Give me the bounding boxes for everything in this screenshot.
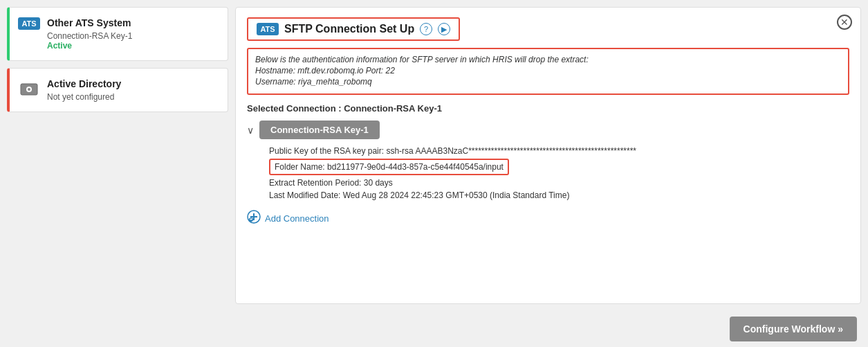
connection-name-button[interactable]: Connection-RSA Key-1 — [259, 121, 380, 139]
other-ats-content: Other ATS System Connection-RSA Key-1 Ac… — [47, 17, 219, 51]
close-button[interactable]: ✕ — [837, 15, 852, 30]
selected-connection-label: Selected Connection — [247, 103, 336, 114]
retention-row: Extract Retention Period: 30 days — [269, 178, 849, 188]
info-line-2: Hostname: mft.dev.robomq.io Port: 22 — [255, 66, 841, 75]
active-directory-card[interactable]: Active Directory Not yet configured — [7, 68, 228, 112]
active-directory-status: Not yet configured — [47, 92, 219, 102]
selected-connection-colon: : — [338, 103, 344, 114]
retention-label: Extract Retention Period: — [269, 178, 361, 188]
other-ats-card[interactable]: ATS Other ATS System Connection-RSA Key-… — [7, 7, 228, 61]
public-key-row: Public Key of the RSA key pair: ssh-rsa … — [269, 146, 849, 156]
close-icon: ✕ — [840, 17, 849, 28]
add-connection-row[interactable]: + Add Connection — [247, 210, 849, 227]
other-ats-status: Active — [47, 41, 219, 51]
selected-connection-row: Selected Connection : Connection-RSA Key… — [247, 103, 849, 114]
selected-connection-value: Connection-RSA Key-1 — [344, 103, 442, 114]
info-icon[interactable]: ? — [420, 23, 432, 35]
left-panel: ATS Other ATS System Connection-RSA Key-… — [7, 7, 228, 304]
active-directory-title: Active Directory — [47, 78, 219, 89]
bottom-bar: Configure Workflow » — [0, 311, 868, 347]
active-directory-content: Active Directory Not yet configured — [47, 78, 219, 102]
play-icon[interactable]: ▶ — [438, 23, 450, 35]
info-line-3: Username: riya_mehta_robomq — [255, 77, 841, 87]
info-line-1: Below is the authentication information … — [255, 55, 841, 64]
sftp-ats-badge: ATS — [257, 23, 279, 35]
svg-point-2 — [28, 88, 30, 91]
connection-expand-row: ∨ Connection-RSA Key-1 — [247, 121, 849, 139]
add-connection-label: Add Connection — [265, 213, 329, 224]
right-panel: ✕ ATS SFTP Connection Set Up ? ▶ Below i… — [235, 7, 861, 304]
other-ats-subtitle: Connection-RSA Key-1 — [47, 31, 219, 41]
other-ats-title: Other ATS System — [47, 17, 219, 28]
chevron-button[interactable]: ∨ — [247, 125, 254, 136]
last-modified-date: Wed Aug 28 2024 22:45:23 GMT+0530 (India… — [343, 190, 570, 200]
svg-text:+: + — [250, 217, 252, 222]
retention-days: 30 days — [364, 178, 393, 188]
folder-name-label: Folder Name: — [275, 162, 325, 172]
folder-name-value: bd211977-9e0d-44d3-857a-c5e44f40545a/inp… — [327, 162, 504, 172]
ats-badge: ATS — [18, 17, 40, 30]
last-modified-row: Last Modified Date: Wed Aug 28 2024 22:4… — [269, 190, 849, 200]
add-connection-icon: + — [247, 210, 261, 227]
sftp-panel-title: SFTP Connection Set Up — [284, 23, 414, 35]
public-key-label: Public Key of the RSA key pair: — [269, 146, 384, 156]
ad-icon — [18, 78, 40, 100]
last-modified-label: Last Modified Date: — [269, 190, 340, 200]
configure-workflow-button[interactable]: Configure Workflow » — [730, 317, 857, 341]
public-key-text: ssh-rsa AAAAB3NzaC**********************… — [386, 146, 636, 156]
connection-details: Public Key of the RSA key pair: ssh-rsa … — [247, 146, 849, 200]
sftp-info-box: Below is the authentication information … — [247, 48, 849, 95]
